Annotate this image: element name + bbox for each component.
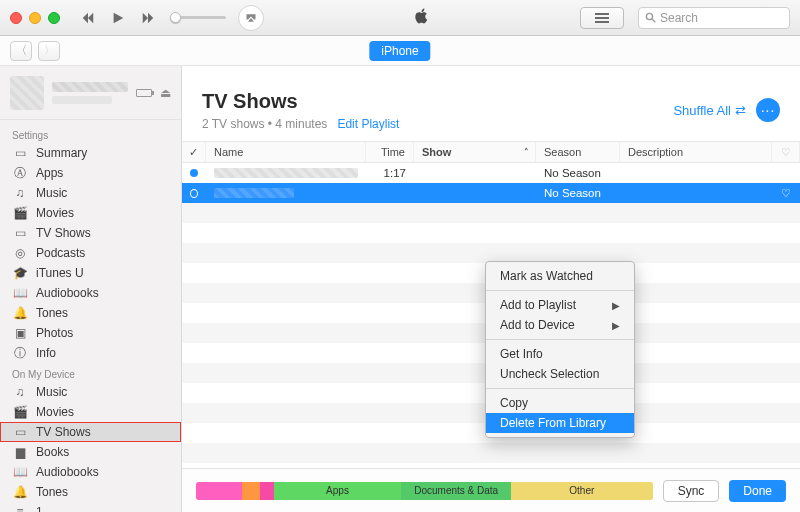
column-headers[interactable]: ✓ Name Time Show˄ Season Description ♡ (182, 141, 800, 163)
tv-icon: ▭ (12, 226, 28, 240)
more-options-button[interactable]: ··· (756, 98, 780, 122)
device-name (52, 82, 128, 92)
table-row[interactable]: 1:17 No Season (182, 163, 800, 183)
close-icon[interactable] (10, 12, 22, 24)
battery-icon (136, 89, 152, 97)
page-subtitle: 2 TV shows • 4 minutes (202, 117, 327, 131)
sidebar-item-movies[interactable]: 🎬Movies (0, 203, 181, 223)
menu-delete[interactable]: Delete From Library (486, 413, 634, 433)
next-icon[interactable] (136, 6, 160, 30)
nav-row: 〈 〉 iPhone (0, 36, 800, 66)
podcasts-icon: ◎ (12, 246, 28, 260)
volume-slider[interactable] (170, 16, 226, 19)
cell-time: 1:17 (366, 167, 414, 179)
submenu-arrow-icon: ▶ (612, 300, 620, 311)
col-check[interactable]: ✓ (182, 142, 206, 162)
heart-icon: ♡ (781, 146, 791, 159)
shuffle-all-button[interactable]: Shuffle All ⇄ (673, 103, 746, 118)
sidebar-device-audiobooks[interactable]: 📖Audiobooks (0, 462, 181, 482)
sidebar-device-tones[interactable]: 🔔Tones (0, 482, 181, 502)
sidebar-device-playlist-1[interactable]: ≡1 (0, 502, 181, 512)
window-titlebar: Search (0, 0, 800, 36)
music-icon: ♫ (12, 385, 28, 399)
edit-playlist-link[interactable]: Edit Playlist (337, 117, 399, 131)
sort-asc-icon: ˄ (524, 147, 529, 157)
sidebar-item-audiobooks[interactable]: 📖Audiobooks (0, 283, 181, 303)
traffic-lights (10, 12, 60, 24)
sidebar-item-info[interactable]: ⓘInfo (0, 343, 181, 363)
sync-button[interactable]: Sync (663, 480, 720, 502)
music-icon: ♫ (12, 186, 28, 200)
usage-seg-audio (196, 482, 242, 500)
playlist-icon: ≡ (12, 505, 28, 512)
menu-mark-watched[interactable]: Mark as Watched (486, 266, 634, 286)
tones-icon: 🔔 (12, 306, 28, 320)
table-row[interactable]: No Season ♡ (182, 183, 800, 203)
menu-uncheck[interactable]: Uncheck Selection (486, 364, 634, 384)
col-time[interactable]: Time (366, 142, 414, 162)
col-description[interactable]: Description (620, 142, 772, 162)
content-header: TV Shows 2 TV shows • 4 minutes Edit Pla… (182, 66, 800, 141)
device-pill[interactable]: iPhone (369, 41, 430, 61)
cell-season: No Season (536, 167, 620, 179)
tones-icon: 🔔 (12, 485, 28, 499)
sidebar-device-books[interactable]: ▆Books (0, 442, 181, 462)
airplay-icon[interactable] (238, 5, 264, 31)
sidebar-item-itunesu[interactable]: 🎓iTunes U (0, 263, 181, 283)
usage-seg-photos (260, 482, 274, 500)
sidebar-item-podcasts[interactable]: ◎Podcasts (0, 243, 181, 263)
itunesu-icon: 🎓 (12, 266, 28, 280)
storage-usage-bar[interactable]: Apps Documents & Data Other (196, 482, 653, 500)
col-loved[interactable]: ♡ (772, 142, 800, 162)
menu-copy[interactable]: Copy (486, 393, 634, 413)
context-menu[interactable]: Mark as Watched Add to Playlist▶ Add to … (485, 261, 635, 438)
sidebar: ⏏ Settings ▭Summary ⒶApps ♫Music 🎬Movies… (0, 66, 182, 512)
cell-name (214, 168, 358, 178)
sidebar-device-music[interactable]: ♫Music (0, 382, 181, 402)
device-header[interactable]: ⏏ (0, 66, 181, 120)
usage-seg-apps: Apps (274, 482, 402, 500)
footer-bar: Apps Documents & Data Other Sync Done (182, 468, 800, 512)
col-name[interactable]: Name (206, 142, 366, 162)
zoom-icon[interactable] (48, 12, 60, 24)
menu-get-info[interactable]: Get Info (486, 344, 634, 364)
col-season[interactable]: Season (536, 142, 620, 162)
usage-seg-other: Other (511, 482, 653, 500)
sidebar-heading-settings: Settings (0, 124, 181, 143)
back-button[interactable]: 〈 (10, 41, 32, 61)
menu-add-playlist[interactable]: Add to Playlist▶ (486, 295, 634, 315)
main-pane: TV Shows 2 TV shows • 4 minutes Edit Pla… (182, 66, 800, 512)
sidebar-item-apps[interactable]: ⒶApps (0, 163, 181, 183)
books-icon: ▆ (12, 445, 28, 459)
heart-icon: ♡ (781, 187, 791, 199)
usage-seg-video (242, 482, 260, 500)
svg-rect-0 (595, 13, 609, 15)
cell-loved[interactable]: ♡ (772, 187, 800, 200)
done-button[interactable]: Done (729, 480, 786, 502)
sidebar-item-tones[interactable]: 🔔Tones (0, 303, 181, 323)
sidebar-device-tvshows[interactable]: ▭TV Shows (0, 422, 181, 442)
minimize-icon[interactable] (29, 12, 41, 24)
sidebar-item-music[interactable]: ♫Music (0, 183, 181, 203)
menu-add-device[interactable]: Add to Device▶ (486, 315, 634, 335)
shuffle-icon: ⇄ (735, 103, 746, 118)
sidebar-device-movies[interactable]: 🎬Movies (0, 402, 181, 422)
search-input[interactable]: Search (638, 7, 790, 29)
unwatched-ring-icon (190, 189, 198, 198)
cell-name (214, 188, 294, 198)
sidebar-item-photos[interactable]: ▣Photos (0, 323, 181, 343)
col-show[interactable]: Show˄ (414, 142, 536, 162)
svg-point-3 (646, 13, 652, 19)
cell-season: No Season (536, 187, 620, 199)
eject-icon[interactable]: ⏏ (160, 86, 171, 100)
sidebar-item-tvshows[interactable]: ▭TV Shows (0, 223, 181, 243)
sidebar-item-summary[interactable]: ▭Summary (0, 143, 181, 163)
prev-icon[interactable] (76, 6, 100, 30)
list-view-icon[interactable] (580, 7, 624, 29)
forward-button[interactable]: 〉 (38, 41, 60, 61)
movies-icon: 🎬 (12, 206, 28, 220)
svg-rect-1 (595, 17, 609, 19)
svg-rect-2 (595, 21, 609, 23)
play-icon[interactable] (106, 6, 130, 30)
svg-line-4 (652, 19, 655, 22)
